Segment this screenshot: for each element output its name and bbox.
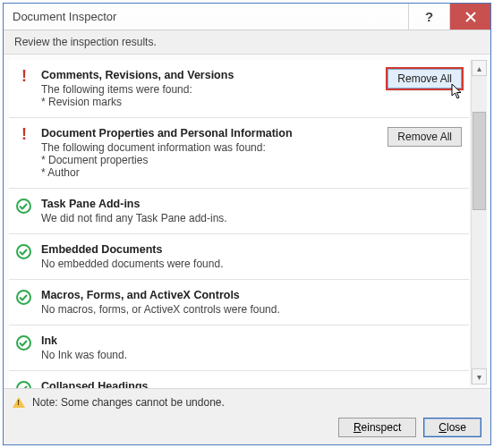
section-body: Macros, Forms, and ActiveX ControlsNo ma…	[41, 289, 462, 316]
checkmark-icon	[14, 290, 32, 305]
section-title: Embedded Documents	[41, 243, 462, 256]
section-body: Task Pane Add-insWe did not find any Tas…	[41, 198, 462, 224]
section-title: Comments, Revisions, and Versions	[41, 69, 379, 81]
section-description: No macros, forms, or ActiveX controls we…	[41, 303, 462, 316]
results-list: !Comments, Revisions, and VersionsThe fo…	[9, 60, 469, 388]
section-description: The following document information was f…	[41, 141, 379, 179]
checkmark-icon	[14, 244, 32, 259]
result-section: Task Pane Add-insWe did not find any Tas…	[9, 189, 469, 234]
result-section: Collapsed Headings	[9, 371, 469, 388]
close-window-button[interactable]	[449, 4, 490, 30]
reinspect-button[interactable]: Reinspect	[338, 418, 416, 437]
section-description: No embedded documents were found.	[41, 258, 462, 270]
section-description: We did not find any Task Pane add-ins.	[41, 212, 462, 224]
section-body: Document Properties and Personal Informa…	[41, 127, 379, 179]
section-title: Ink	[41, 334, 462, 347]
section-description: No Ink was found.	[41, 349, 462, 361]
alert-icon: !	[14, 70, 32, 86]
remove-all-button[interactable]: Remove All	[388, 69, 462, 89]
section-title: Document Properties and Personal Informa…	[41, 127, 379, 139]
footer: Note: Some changes cannot be undone. Rei…	[4, 389, 490, 444]
remove-all-button[interactable]: Remove All	[388, 127, 462, 147]
scroll-up-icon[interactable]: ▴	[472, 60, 487, 76]
footer-buttons: Reinspect Close	[13, 418, 481, 437]
scroll-thumb[interactable]	[473, 112, 486, 210]
checkmark-icon	[14, 381, 32, 388]
scrollbar[interactable]: ▴ ▾	[471, 60, 487, 385]
section-body: Comments, Revisions, and VersionsThe fol…	[41, 69, 379, 108]
section-body: Collapsed Headings	[41, 380, 462, 388]
results-area: !Comments, Revisions, and VersionsThe fo…	[4, 55, 490, 389]
section-body: Embedded DocumentsNo embedded documents …	[41, 243, 462, 270]
result-section: Macros, Forms, and ActiveX ControlsNo ma…	[9, 280, 469, 325]
alert-icon: !	[14, 128, 32, 144]
warning-icon	[13, 397, 25, 408]
section-title: Macros, Forms, and ActiveX Controls	[41, 289, 462, 301]
close-button[interactable]: Close	[423, 418, 481, 437]
document-inspector-dialog: Document Inspector ? Review the inspecti…	[3, 3, 491, 445]
section-title: Collapsed Headings	[41, 380, 462, 388]
footer-note: Note: Some changes cannot be undone.	[32, 396, 225, 409]
result-section: InkNo Ink was found.	[9, 325, 469, 371]
scroll-down-icon[interactable]: ▾	[472, 368, 487, 385]
help-button[interactable]: ?	[408, 4, 449, 30]
result-section: !Document Properties and Personal Inform…	[9, 118, 469, 189]
subheader-text: Review the inspection results.	[4, 30, 490, 55]
footer-note-row: Note: Some changes cannot be undone.	[13, 396, 481, 409]
result-section: !Comments, Revisions, and VersionsThe fo…	[9, 60, 469, 118]
titlebar: Document Inspector ?	[4, 4, 490, 30]
scroll-track[interactable]	[472, 76, 487, 368]
result-section: Embedded DocumentsNo embedded documents …	[9, 234, 469, 280]
checkmark-icon	[14, 335, 32, 351]
window-title: Document Inspector	[4, 4, 408, 30]
section-title: Task Pane Add-ins	[41, 198, 462, 210]
section-description: The following items were found: * Revisi…	[41, 83, 379, 108]
checkmark-icon	[14, 199, 32, 214]
section-body: InkNo Ink was found.	[41, 334, 462, 361]
